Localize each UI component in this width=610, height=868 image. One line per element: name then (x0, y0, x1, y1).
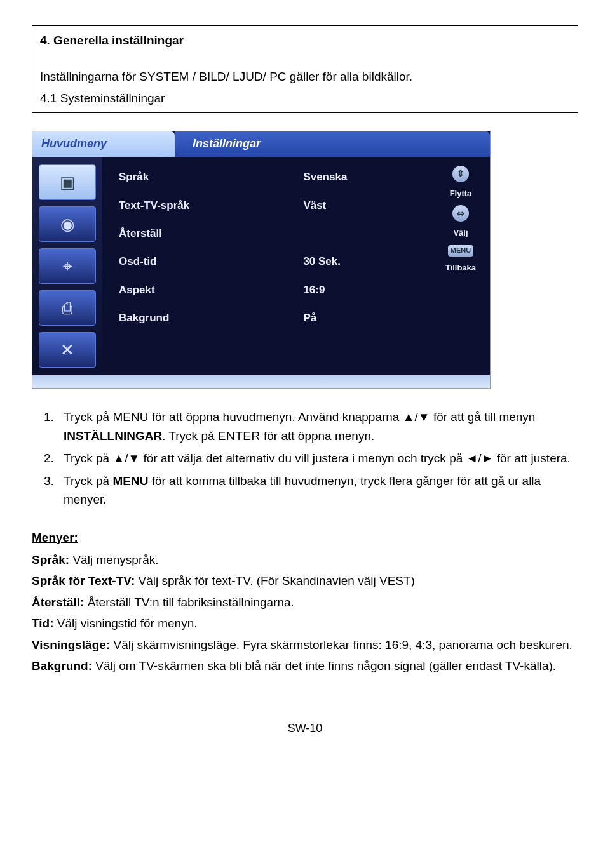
intro-text: Inställningarna för SYSTEM / BILD/ LJUD/… (40, 67, 570, 86)
menyer-aterstall: Återställ: Återställ TV:n till fabriksin… (32, 593, 578, 611)
tv-icon-picture: ▣ (39, 164, 96, 200)
tv-rightbar: ⇕ Flytta ⇔ Välj MENU Tillbaka (431, 157, 490, 375)
instructions-list: Tryck på MENU för att öppna huvudmenyn. … (32, 408, 578, 509)
menyer-tid: Tid: Välj visningstid för menyn. (32, 614, 578, 632)
tv-main: SpråkSvenska Text-TV-språkVäst Återställ… (102, 157, 431, 375)
tv-header-right: Inställningar (175, 131, 490, 157)
tv-icon-print: ⎙ (39, 290, 96, 326)
tv-icon-audio: ◉ (39, 206, 96, 242)
intro-box: 4. Generella inställningar Inställningar… (32, 25, 578, 113)
menyer-title: Menyer: (32, 528, 578, 547)
tv-icon-channel: ⌖ (39, 248, 96, 284)
step-2: Tryck på ▲/▼ för att välja det alternati… (57, 449, 578, 467)
nav-updown-icon: ⇕ (452, 166, 469, 182)
tv-screenshot: Huvudmeny Inställningar ▣ ◉ ⌖ ⎙ ✕ SpråkS… (32, 131, 578, 389)
nav-menu-icon: MENU (448, 245, 473, 257)
page-number: SW-10 (32, 720, 578, 738)
heading-main: 4. Generella inställningar (40, 31, 570, 50)
tv-footer-bar (32, 375, 490, 388)
step-1: Tryck på MENU för att öppna huvudmenyn. … (57, 408, 578, 445)
tv-row: BakgrundPå (116, 304, 420, 332)
step-3: Tryck på MENU för att komma tillbaka til… (57, 472, 578, 509)
tv-row: Text-TV-språkVäst (116, 192, 420, 220)
nav-select-label: Välj (453, 227, 468, 239)
tv-header-left: Huvudmeny (32, 131, 175, 157)
nav-move-label: Flytta (450, 187, 472, 200)
tv-row: Osd-tid30 Sek. (116, 248, 420, 276)
tv-row: Återställ (116, 220, 420, 248)
tv-row: Aspekt16:9 (116, 276, 420, 304)
menyer-section: Menyer: Språk: Välj menyspråk. Språk för… (32, 528, 578, 676)
nav-leftright-icon: ⇔ (452, 205, 469, 222)
tv-icon-settings: ✕ (39, 332, 96, 368)
menyer-sprak: Språk: Välj menyspråk. (32, 551, 578, 569)
nav-back-label: Tillbaka (445, 262, 476, 274)
tv-row: SpråkSvenska (116, 163, 420, 191)
menyer-texttv: Språk för Text-TV: Välj språk för text-T… (32, 571, 578, 590)
menyer-visningslage: Visningsläge: Välj skärmvisningsläge. Fy… (32, 636, 578, 654)
heading-sub: 4.1 Systeminställningar (40, 89, 570, 107)
tv-sidebar: ▣ ◉ ⌖ ⎙ ✕ (32, 157, 102, 375)
menyer-bakgrund: Bakgrund: Välj om TV-skärmen ska bli blå… (32, 657, 578, 675)
